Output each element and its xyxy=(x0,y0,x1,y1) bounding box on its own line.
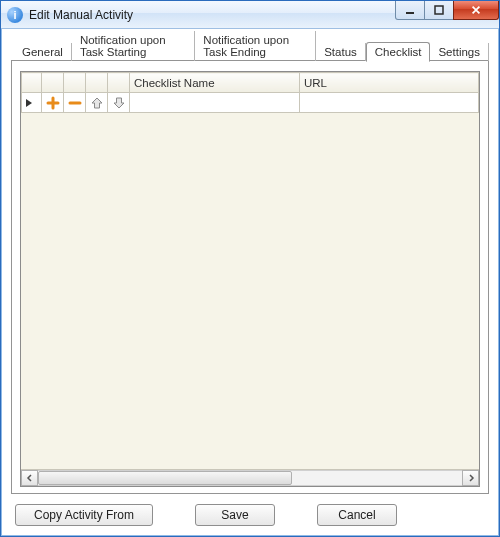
scroll-right-button[interactable] xyxy=(462,470,479,486)
header-checklist-name[interactable]: Checklist Name xyxy=(130,73,300,93)
tab-checklist[interactable]: Checklist xyxy=(366,42,431,62)
chevron-right-icon xyxy=(467,474,475,482)
header-up xyxy=(86,73,108,93)
client-area: General Notification upon Task Starting … xyxy=(1,29,499,536)
remove-icon xyxy=(68,96,82,110)
maximize-button[interactable] xyxy=(424,1,454,20)
header-add xyxy=(42,73,64,93)
scroll-thumb[interactable] xyxy=(38,471,292,485)
svg-rect-0 xyxy=(406,12,414,14)
header-row-selector xyxy=(22,73,42,93)
tab-notification-end[interactable]: Notification upon Task Ending xyxy=(195,31,316,61)
up-arrow-icon xyxy=(90,96,104,110)
horizontal-scrollbar[interactable] xyxy=(21,469,479,486)
close-icon xyxy=(469,4,483,16)
chevron-left-icon xyxy=(26,474,34,482)
add-row-button[interactable] xyxy=(42,93,64,113)
minimize-button[interactable] xyxy=(395,1,425,20)
copy-activity-from-button[interactable]: Copy Activity From xyxy=(15,504,153,526)
tab-settings[interactable]: Settings xyxy=(430,43,489,61)
tab-general[interactable]: General xyxy=(13,43,72,61)
move-down-button[interactable] xyxy=(108,93,130,113)
minimize-icon xyxy=(403,3,417,17)
tab-panel-checklist: Checklist Name URL xyxy=(11,60,489,494)
checklist-table: Checklist Name URL xyxy=(21,72,479,113)
window: i Edit Manual Activity General Notificat… xyxy=(0,0,500,537)
save-button[interactable]: Save xyxy=(195,504,275,526)
current-row-arrow-icon xyxy=(26,99,32,107)
scroll-left-button[interactable] xyxy=(21,470,38,486)
checklist-grid-container: Checklist Name URL xyxy=(20,71,480,487)
svg-rect-1 xyxy=(435,6,443,14)
window-controls xyxy=(396,1,499,20)
checklist-header-row: Checklist Name URL xyxy=(22,73,479,93)
checklist-grid: Checklist Name URL xyxy=(21,72,479,469)
move-up-button[interactable] xyxy=(86,93,108,113)
tab-notification-start[interactable]: Notification upon Task Starting xyxy=(72,31,195,61)
down-arrow-icon xyxy=(112,96,126,110)
add-icon xyxy=(46,96,60,110)
cancel-button[interactable]: Cancel xyxy=(317,504,397,526)
row-indicator[interactable] xyxy=(22,93,42,113)
maximize-icon xyxy=(432,3,446,17)
header-down xyxy=(108,73,130,93)
cell-url[interactable] xyxy=(300,93,479,113)
cell-checklist-name[interactable] xyxy=(130,93,300,113)
close-button[interactable] xyxy=(453,1,499,20)
button-row: Copy Activity From Save Cancel xyxy=(11,494,489,528)
scroll-track[interactable] xyxy=(38,470,462,486)
window-title: Edit Manual Activity xyxy=(29,8,133,22)
tabstrip: General Notification upon Task Starting … xyxy=(11,39,489,61)
remove-row-button[interactable] xyxy=(64,93,86,113)
tab-status[interactable]: Status xyxy=(316,43,366,61)
titlebar: i Edit Manual Activity xyxy=(1,1,499,29)
header-url[interactable]: URL xyxy=(300,73,479,93)
header-remove xyxy=(64,73,86,93)
table-row xyxy=(22,93,479,113)
app-icon: i xyxy=(7,7,23,23)
